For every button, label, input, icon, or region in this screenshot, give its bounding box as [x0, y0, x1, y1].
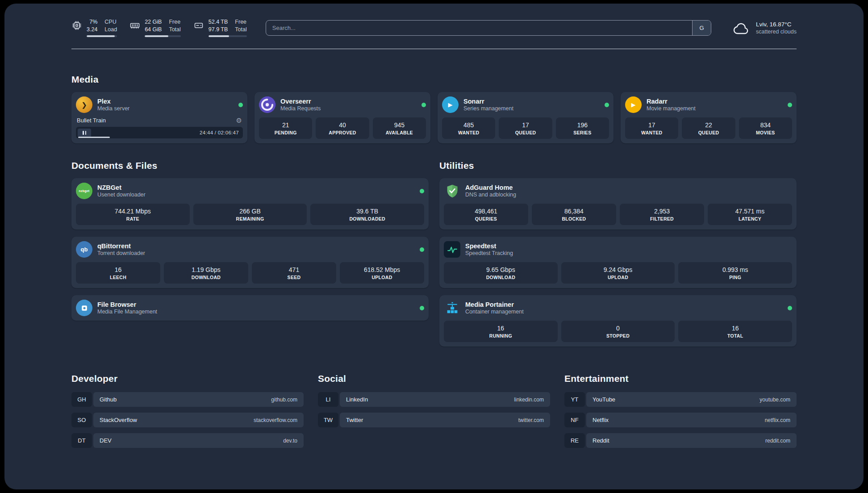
bookmarks-area: Developer GH Github github.com SO StackO…: [71, 373, 797, 454]
card-header: Media Portainer Container management: [444, 300, 792, 316]
bookmark-abbr: GH: [71, 392, 92, 407]
stat-label: QUEUED: [684, 130, 733, 135]
bookmark-name: Github: [100, 396, 117, 403]
adguard-icon: [444, 183, 460, 199]
plex-now-playing: Bullet Train ⚙ 24:44 / 02:06:47: [76, 117, 243, 138]
bookmark-reddit[interactable]: RE Reddit reddit.com: [564, 433, 797, 448]
stat-tile: 834 MOVIES: [739, 117, 792, 139]
bookmark-abbr: YT: [564, 392, 585, 407]
weather-widget: Lviv, 16.87°C scattered clouds: [732, 21, 797, 35]
bookmark-group-developer: Developer GH Github github.com SO StackO…: [71, 373, 304, 454]
filebrowser-icon: [76, 300, 92, 316]
disk-free-value: 52.4 TB: [209, 19, 228, 26]
stat-value: 9.24 Gbps: [563, 266, 673, 273]
bookmark-abbr: RE: [564, 433, 585, 448]
stats-row: 485 WANTED 17 QUEUED 196 SERIES: [442, 117, 609, 139]
stats-row: 9.65 Gbps DOWNLOAD 9.24 Gbps UPLOAD 0.99…: [444, 262, 792, 284]
status-dot: [605, 103, 609, 107]
stat-value: 1.19 Gbps: [166, 266, 246, 273]
stat-tile: 21 PENDING: [259, 117, 312, 139]
service-card-portainer[interactable]: Media Portainer Container management 16 …: [439, 295, 797, 347]
service-card-plex[interactable]: ❯ Plex Media server Bullet Train ⚙ 24:44…: [71, 92, 247, 143]
service-card-nzbget[interactable]: nzbget NZBGet Usenet downloader 744.21 M…: [71, 178, 429, 230]
disk-free-label: Free: [235, 19, 246, 26]
documents-section: Documents & Files nzbget NZBGet Usenet d…: [71, 160, 429, 321]
disk-total-label: Total: [235, 26, 246, 33]
system-metrics: 7% CPU 3.24 Load: [71, 19, 247, 37]
stat-label: PING: [680, 275, 790, 280]
stat-label: WANTED: [627, 130, 676, 135]
stat-value: 9.65 Gbps: [446, 266, 556, 273]
stat-label: FILTERED: [622, 216, 702, 221]
bookmark-twitter[interactable]: TW Twitter twitter.com: [318, 413, 550, 427]
stat-tile: 498,461 QUERIES: [444, 204, 528, 225]
memory-metric: 22 GiB Free 64 GiB Total: [129, 19, 181, 37]
service-card-adguard[interactable]: AdGuard Home DNS and adblocking 498,461 …: [439, 178, 797, 230]
cpu-usage-value: 7%: [87, 19, 97, 26]
service-card-overseerr[interactable]: Overseerr Media Requests 21 PENDING 40 A…: [255, 92, 430, 143]
cpu-metric: 7% CPU 3.24 Load: [71, 19, 117, 37]
service-card-qbittorrent[interactable]: qb qBittorrent Torrent downloader 16 LEE…: [71, 237, 429, 288]
service-subtitle: Movie management: [647, 105, 696, 112]
stat-tile: 17 QUEUED: [499, 117, 552, 139]
weather-location: Lviv, 16.87°C: [756, 21, 797, 28]
stat-label: QUEUED: [501, 130, 550, 135]
stat-value: 266 GB: [195, 208, 305, 215]
service-card-filebrowser[interactable]: File Browser Media File Management: [71, 295, 429, 321]
overseerr-icon: [259, 96, 275, 113]
search-bar: G: [266, 20, 711, 36]
bookmark-linkedin[interactable]: LI LinkedIn linkedin.com: [318, 392, 550, 407]
bookmark-youtube[interactable]: YT YouTube youtube.com: [564, 392, 797, 407]
stat-tile: 2,953 FILTERED: [620, 204, 704, 225]
stat-value: 2,953: [622, 208, 702, 215]
stat-tile: 0 STOPPED: [561, 321, 675, 342]
radarr-icon: ▶: [625, 96, 642, 113]
service-card-speedtest[interactable]: Speedtest Speedtest Tracking 9.65 Gbps D…: [439, 237, 797, 288]
stat-tile: 16 LEECH: [76, 262, 160, 284]
stat-value: 40: [317, 121, 367, 129]
bookmark-name: Reddit: [593, 437, 609, 444]
bookmark-abbr: TW: [318, 413, 338, 427]
cloud-icon: [732, 21, 751, 35]
service-card-sonarr[interactable]: ▶ Sonarr Series management 485 WANTED 17…: [438, 92, 613, 143]
status-dot: [788, 103, 792, 107]
stat-tile: 16 RUNNING: [444, 321, 558, 342]
service-name: Sonarr: [463, 98, 513, 105]
service-name: Radarr: [647, 98, 696, 105]
service-name: NZBGet: [97, 184, 146, 191]
bookmark-netflix[interactable]: NF Netflix netflix.com: [564, 413, 797, 427]
cpu-bar: [87, 35, 117, 37]
gear-icon[interactable]: ⚙: [236, 117, 242, 124]
qbittorrent-icon: qb: [76, 241, 92, 258]
stat-tile: 1.19 Gbps DOWNLOAD: [164, 262, 248, 284]
stat-value: 196: [558, 121, 607, 129]
stat-tile: 86,384 BLOCKED: [532, 204, 616, 225]
stat-value: 744.21 Mbps: [78, 208, 188, 215]
stat-tile: 0.993 ms PING: [678, 262, 792, 284]
stat-label: DOWNLOADED: [312, 216, 422, 221]
bookmark-name: StackOverflow: [100, 417, 137, 423]
stat-label: PENDING: [261, 130, 310, 135]
service-name: Overseerr: [280, 98, 321, 105]
stat-label: RATE: [78, 216, 188, 221]
disk-metric: 52.4 TB Free 97.9 TB Total: [193, 19, 247, 37]
service-subtitle: Usenet downloader: [97, 192, 146, 198]
stat-value: 485: [444, 121, 493, 129]
plex-icon: ❯: [76, 96, 92, 113]
bookmark-url: youtube.com: [760, 397, 790, 403]
search-input[interactable]: [266, 21, 692, 35]
search-provider-button[interactable]: G: [692, 21, 711, 35]
pause-button[interactable]: [78, 129, 91, 137]
bookmark-abbr: NF: [564, 413, 585, 427]
bookmark-github[interactable]: GH Github github.com: [71, 392, 304, 407]
status-dot: [238, 103, 243, 107]
bookmark-stackoverflow[interactable]: SO StackOverflow stackoverflow.com: [71, 413, 304, 427]
stat-value: 16: [680, 325, 790, 332]
card-header: ❯ Plex Media server: [76, 96, 243, 113]
service-card-radarr[interactable]: ▶ Radarr Movie management 17 WANTED 22 Q…: [621, 92, 797, 143]
stats-row: 21 PENDING 40 APPROVED 945 AVAILABLE: [259, 117, 426, 139]
bookmark-url: netflix.com: [765, 417, 790, 423]
media-section: Media ❯ Plex Media server Bullet Train ⚙: [71, 74, 797, 143]
service-subtitle: Torrent downloader: [97, 250, 145, 256]
bookmark-dev[interactable]: DT DEV dev.to: [71, 433, 304, 448]
